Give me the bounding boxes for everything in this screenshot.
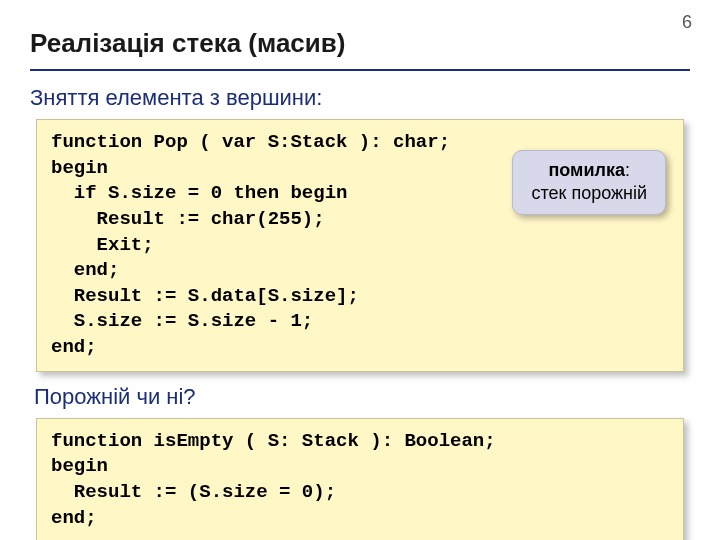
title-container: Реалізація стека (масив) <box>0 0 720 65</box>
callout-line2: стек порожній <box>531 183 647 203</box>
section-title-pop: Зняття елемента з вершини: <box>30 85 690 111</box>
title-rule <box>30 69 690 71</box>
section-title-isempty: Порожній чи ні? <box>34 384 686 410</box>
code-block-isempty: function isEmpty ( S: Stack ): Boolean; … <box>36 418 684 540</box>
page-number: 6 <box>682 12 692 33</box>
callout-error: помилка: стек порожній <box>512 150 666 215</box>
callout-line1: помилка <box>548 160 624 180</box>
page-title: Реалізація стека (масив) <box>30 28 690 59</box>
callout-sep: : <box>625 160 630 180</box>
